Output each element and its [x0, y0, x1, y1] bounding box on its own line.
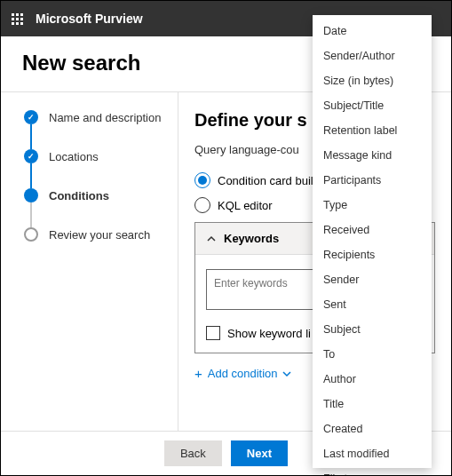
condition-dropdown[interactable]: DateSender/AuthorSize (in bytes)Subject/… [313, 15, 432, 468]
back-button[interactable]: Back [164, 440, 222, 466]
dropdown-item[interactable]: Date [313, 19, 432, 44]
radio-label: KQL editor [218, 199, 273, 212]
add-condition-label: Add condition [208, 367, 278, 380]
step-review[interactable]: Review your search [24, 227, 163, 242]
dropdown-item[interactable]: Sender/Author [313, 44, 432, 68]
chevron-up-icon [206, 234, 217, 244]
dropdown-item[interactable]: Retention label [313, 118, 432, 143]
dropdown-item[interactable]: To [313, 342, 432, 367]
plus-icon: + [194, 366, 202, 381]
chevron-down-icon [282, 369, 292, 379]
check-icon [24, 110, 38, 124]
step-name-description[interactable]: Name and description [24, 110, 163, 124]
dropdown-item[interactable]: Recipients [313, 242, 432, 267]
dropdown-item[interactable]: Size (in bytes) [313, 68, 432, 93]
dropdown-item[interactable]: Subject/Title [313, 93, 432, 118]
check-icon [24, 149, 38, 163]
dropdown-item[interactable]: Type [313, 193, 432, 218]
step-locations[interactable]: Locations [24, 149, 163, 163]
next-button[interactable]: Next [231, 440, 288, 466]
radio-label: Condition card buil [218, 174, 313, 187]
dropdown-item[interactable]: Sender [313, 267, 432, 292]
pending-step-icon [24, 227, 38, 242]
product-name: Microsoft Purview [36, 12, 143, 26]
dropdown-item[interactable]: Received [313, 218, 432, 242]
dropdown-item[interactable]: Participants [313, 168, 432, 193]
dropdown-item[interactable]: Message kind [313, 143, 432, 168]
dropdown-item[interactable]: File type [313, 466, 432, 476]
app-launcher-icon[interactable] [12, 13, 23, 25]
checkbox-icon [206, 326, 220, 340]
step-connector [30, 124, 32, 149]
dropdown-item[interactable]: Subject [313, 317, 432, 342]
step-connector [30, 202, 32, 227]
radio-icon [194, 172, 210, 188]
keywords-title: Keywords [224, 232, 279, 245]
step-connector [30, 163, 32, 188]
radio-icon [194, 197, 210, 213]
current-step-icon [24, 188, 38, 202]
wizard-stepper: Name and description Locations Condition… [1, 92, 178, 438]
dropdown-item[interactable]: Author [313, 367, 432, 392]
step-conditions[interactable]: Conditions [24, 188, 163, 202]
dropdown-item[interactable]: Created [313, 416, 432, 441]
dropdown-item[interactable]: Title [313, 392, 432, 416]
checkbox-label: Show keyword li [227, 327, 311, 340]
dropdown-item[interactable]: Sent [313, 292, 432, 317]
dropdown-item[interactable]: Last modified [313, 441, 432, 466]
